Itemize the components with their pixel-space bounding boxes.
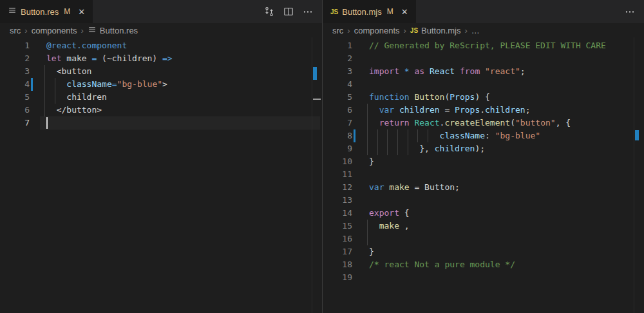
line-content: let make = (~children) => bbox=[46, 52, 322, 65]
code-token: "bg-blue" bbox=[117, 79, 162, 89]
code-line[interactable]: 1// Generated by ReScript, PLEASE EDIT W… bbox=[323, 39, 644, 52]
code-token: . bbox=[480, 105, 485, 115]
tab-label: Button.res bbox=[21, 7, 59, 17]
line-number: 13 bbox=[323, 194, 352, 207]
breadcrumb-item[interactable]: components bbox=[32, 26, 77, 35]
gutter-modified-marker bbox=[354, 129, 355, 142]
code-line[interactable]: 14export { bbox=[323, 207, 644, 220]
editor-group-left: Button.resM✕ src›components›Button.res 1… bbox=[0, 0, 322, 313]
code-token: = bbox=[112, 79, 117, 89]
code-line[interactable]: 18/* react Not a pure module */ bbox=[323, 258, 644, 271]
code-token: , bbox=[404, 221, 410, 231]
close-icon[interactable]: ✕ bbox=[78, 8, 85, 16]
indent-guide bbox=[387, 142, 388, 155]
split-editor-icon[interactable] bbox=[283, 6, 294, 17]
line-number: 6 bbox=[323, 104, 352, 117]
code-line[interactable]: 7 bbox=[0, 117, 322, 129]
breadcrumb-item[interactable]: src bbox=[332, 26, 343, 35]
line-content: /* react Not a pure module */ bbox=[369, 258, 644, 271]
code-line[interactable]: 3import * as React from "react"; bbox=[323, 65, 644, 78]
code-token: Button; bbox=[424, 182, 460, 192]
breadcrumb-symbol[interactable]: … bbox=[471, 26, 480, 35]
tab-button-mjs[interactable]: JSButton.mjsM✕ bbox=[323, 0, 416, 23]
code-line[interactable]: 13 bbox=[323, 194, 644, 207]
code-line[interactable]: 5 children bbox=[0, 91, 322, 104]
code-line[interactable]: 15 make , bbox=[323, 220, 644, 232]
git-compare-icon[interactable] bbox=[264, 6, 274, 17]
code-line[interactable]: 8 className: "bg-blue" bbox=[323, 129, 644, 142]
line-content bbox=[369, 168, 644, 181]
code-line[interactable]: 4 className="bg-blue"> bbox=[0, 78, 322, 91]
code-token: function bbox=[369, 92, 414, 102]
code-token: Button bbox=[414, 92, 444, 102]
chevron-right-icon: › bbox=[403, 26, 407, 35]
code-token: : bbox=[485, 131, 495, 140]
code-token: @react.component bbox=[46, 41, 127, 50]
gutter-modified-marker bbox=[31, 78, 33, 91]
code-token bbox=[369, 105, 379, 115]
line-content bbox=[369, 271, 644, 284]
code-line[interactable]: 6 </button> bbox=[0, 104, 322, 117]
code-line[interactable]: 9 }, children); bbox=[323, 142, 644, 155]
more-actions-icon[interactable] bbox=[625, 6, 635, 17]
code-token: > bbox=[162, 79, 167, 89]
code-line[interactable]: 5function Button(Props) { bbox=[323, 91, 644, 104]
line-content: } bbox=[369, 245, 644, 258]
code-line[interactable]: 10} bbox=[323, 155, 644, 168]
code-token bbox=[369, 221, 379, 231]
breadcrumb-right: src›components›JSButton.mjs›… bbox=[323, 23, 644, 37]
line-number: 4 bbox=[323, 78, 352, 91]
tab-button-res[interactable]: Button.resM✕ bbox=[0, 0, 93, 23]
line-number: 2 bbox=[0, 52, 30, 65]
code-token: from bbox=[460, 66, 485, 76]
code-line[interactable]: 19 bbox=[323, 271, 644, 284]
code-line[interactable]: 4 bbox=[323, 78, 644, 91]
code-line[interactable]: 11 bbox=[323, 168, 644, 181]
indent-guide bbox=[408, 129, 408, 142]
code-token: "bg-blue" bbox=[495, 131, 540, 140]
line-content: className: "bg-blue" bbox=[369, 129, 644, 142]
editor-left[interactable]: 1@react.component2let make = (~children)… bbox=[0, 37, 322, 313]
line-content: function Button(Props) { bbox=[369, 91, 644, 104]
code-token bbox=[369, 118, 379, 128]
breadcrumb-item[interactable]: src bbox=[10, 26, 21, 35]
line-number: 8 bbox=[323, 129, 352, 142]
code-token: export bbox=[369, 208, 404, 218]
code-line[interactable]: 3 <button bbox=[0, 65, 322, 78]
code-line[interactable]: 7 return React.createElement("button", { bbox=[323, 117, 644, 129]
editor-right[interactable]: 1// Generated by ReScript, PLEASE EDIT W… bbox=[323, 37, 644, 313]
line-number: 16 bbox=[323, 232, 352, 245]
close-icon[interactable]: ✕ bbox=[401, 8, 408, 16]
line-number: 3 bbox=[323, 65, 352, 78]
code-line[interactable]: 2let make = (~children) => bbox=[0, 52, 322, 65]
code-line[interactable]: 12var make = Button; bbox=[323, 181, 644, 194]
code-line[interactable]: 6 var children = Props.children; bbox=[323, 104, 644, 117]
code-token: * bbox=[404, 66, 415, 76]
line-number: 1 bbox=[323, 39, 352, 52]
code-token: React bbox=[430, 66, 460, 76]
code-token: children bbox=[435, 144, 475, 153]
tab-label: Button.mjs bbox=[342, 7, 381, 17]
line-number: 18 bbox=[323, 258, 352, 271]
code-token: ) { bbox=[475, 92, 489, 102]
code-token: children bbox=[46, 92, 107, 102]
line-content: var make = Button; bbox=[369, 181, 644, 194]
breadcrumb-file[interactable]: Button.mjs bbox=[421, 26, 460, 35]
more-actions-icon[interactable] bbox=[303, 6, 313, 17]
breadcrumb-item[interactable]: components bbox=[354, 26, 400, 35]
code-line[interactable]: 1@react.component bbox=[0, 39, 322, 52]
code-line[interactable]: 16 bbox=[323, 232, 644, 245]
line-number: 4 bbox=[0, 78, 30, 91]
line-content bbox=[369, 232, 644, 245]
modified-badge: M bbox=[387, 7, 393, 16]
line-content bbox=[46, 117, 322, 129]
code-line[interactable]: 2 bbox=[323, 52, 644, 65]
line-number: 2 bbox=[323, 52, 352, 65]
code-line[interactable]: 17} bbox=[323, 245, 644, 258]
code-token: Props bbox=[450, 92, 475, 102]
code-token: = bbox=[444, 105, 455, 115]
indent-guide bbox=[55, 91, 55, 104]
indent-guide bbox=[44, 91, 45, 104]
code-token: = bbox=[414, 182, 424, 192]
breadcrumb-file[interactable]: Button.res bbox=[100, 26, 138, 35]
